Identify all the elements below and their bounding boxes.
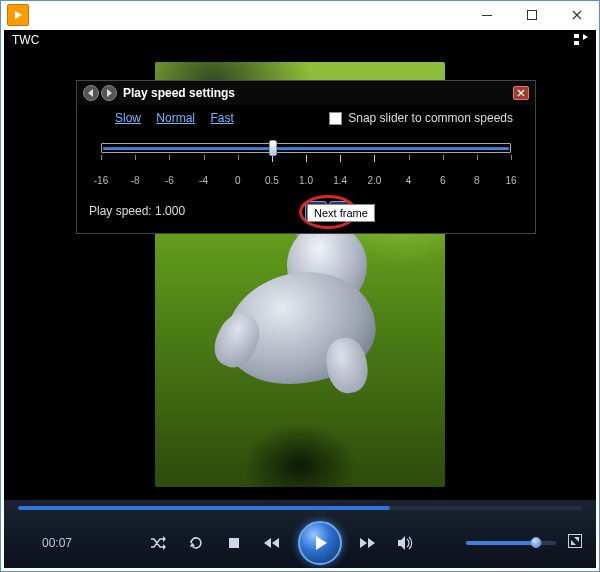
svg-marker-16 bbox=[264, 538, 271, 548]
svg-marker-12 bbox=[163, 536, 166, 542]
tick-label: 2.0 bbox=[367, 175, 381, 186]
panel-header[interactable]: Play speed settings bbox=[77, 81, 535, 105]
panel-body: Slow Normal Fast Snap slider to common s… bbox=[77, 105, 535, 233]
svg-rect-4 bbox=[574, 41, 579, 45]
wmp-icon bbox=[7, 4, 29, 26]
volume-knob[interactable] bbox=[531, 537, 542, 548]
panel-next-button[interactable] bbox=[101, 85, 117, 101]
play-speed-panel: Play speed settings Slow Normal Fast Sna… bbox=[76, 80, 536, 234]
svg-rect-1 bbox=[482, 15, 492, 16]
tick-label: -16 bbox=[94, 175, 108, 186]
timecode: 00:07 bbox=[42, 536, 98, 550]
tick-label: 1.4 bbox=[333, 175, 347, 186]
snap-checkbox[interactable] bbox=[329, 112, 342, 125]
tick-label: 0.5 bbox=[265, 175, 279, 186]
seek-bar[interactable] bbox=[18, 506, 582, 510]
panel-close-button[interactable] bbox=[513, 86, 529, 100]
stop-button[interactable] bbox=[222, 531, 246, 555]
svg-rect-2 bbox=[527, 11, 536, 20]
transport-controls: 00:07 bbox=[4, 500, 596, 568]
tick-label: -4 bbox=[199, 175, 208, 186]
volume-slider[interactable] bbox=[466, 541, 556, 545]
svg-marker-5 bbox=[583, 34, 588, 40]
next-frame-tooltip: Next frame bbox=[307, 204, 375, 222]
transport-buttons bbox=[98, 521, 466, 565]
tick-label: 8 bbox=[474, 175, 480, 186]
app-window: TWC Play speed settings bbox=[0, 0, 600, 572]
tick-label: 4 bbox=[406, 175, 412, 186]
maximize-button[interactable] bbox=[509, 1, 554, 29]
close-button[interactable] bbox=[554, 1, 599, 29]
svg-marker-0 bbox=[15, 11, 22, 19]
svg-rect-15 bbox=[229, 538, 239, 548]
svg-rect-22 bbox=[569, 535, 582, 548]
svg-marker-23 bbox=[571, 540, 576, 545]
window-buttons bbox=[464, 1, 599, 29]
volume-group bbox=[466, 541, 556, 545]
speed-fast-link[interactable]: Fast bbox=[210, 111, 233, 125]
svg-marker-6 bbox=[88, 89, 93, 97]
switch-view-button[interactable] bbox=[574, 34, 588, 46]
snap-checkbox-row[interactable]: Snap slider to common speeds bbox=[329, 111, 513, 125]
speed-slider[interactable] bbox=[101, 143, 511, 173]
panel-title: Play speed settings bbox=[123, 86, 513, 100]
tick-label: -6 bbox=[165, 175, 174, 186]
rewind-button[interactable] bbox=[260, 531, 284, 555]
tick-label: 1.0 bbox=[299, 175, 313, 186]
fast-forward-button[interactable] bbox=[356, 531, 380, 555]
tick-label: -8 bbox=[131, 175, 140, 186]
svg-rect-3 bbox=[574, 34, 579, 38]
mute-button[interactable] bbox=[394, 531, 418, 555]
tick-label: 0 bbox=[235, 175, 241, 186]
svg-marker-17 bbox=[272, 538, 279, 548]
svg-marker-24 bbox=[574, 537, 579, 542]
player-header: TWC bbox=[4, 30, 596, 50]
panel-prev-button[interactable] bbox=[83, 85, 99, 101]
speed-slow-link[interactable]: Slow bbox=[115, 111, 141, 125]
svg-marker-19 bbox=[360, 538, 367, 548]
svg-marker-21 bbox=[398, 536, 405, 550]
svg-marker-7 bbox=[107, 89, 112, 97]
shuffle-button[interactable] bbox=[146, 531, 170, 555]
svg-marker-13 bbox=[163, 544, 166, 550]
titlebar[interactable] bbox=[1, 1, 599, 29]
speed-slider-thumb[interactable] bbox=[269, 140, 277, 156]
minimize-button[interactable] bbox=[464, 1, 509, 29]
library-label[interactable]: TWC bbox=[12, 33, 39, 47]
speed-readout: Play speed: 1.000 bbox=[89, 204, 185, 218]
player-surface: TWC Play speed settings bbox=[4, 30, 596, 568]
svg-marker-14 bbox=[190, 543, 195, 548]
speed-normal-link[interactable]: Normal bbox=[156, 111, 195, 125]
snap-label: Snap slider to common speeds bbox=[348, 111, 513, 125]
svg-marker-18 bbox=[316, 536, 327, 550]
video-subject bbox=[215, 213, 385, 403]
tick-label: 6 bbox=[440, 175, 446, 186]
seek-progress bbox=[18, 506, 390, 510]
fullscreen-button[interactable] bbox=[568, 534, 582, 552]
play-button[interactable] bbox=[298, 521, 342, 565]
tick-label: 16 bbox=[505, 175, 516, 186]
speed-readout-row: Play speed: 1.000 bbox=[89, 201, 523, 221]
svg-marker-20 bbox=[368, 538, 375, 548]
repeat-button[interactable] bbox=[184, 531, 208, 555]
speed-slider-labels: -16-8-6-400.51.01.42.046816 bbox=[101, 175, 511, 189]
